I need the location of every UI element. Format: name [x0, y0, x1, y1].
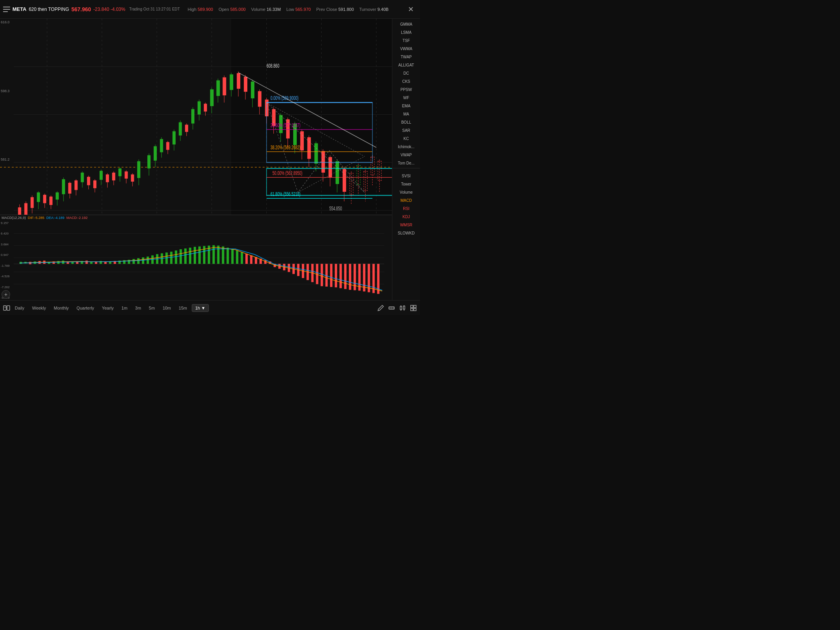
svg-rect-36 [75, 180, 78, 190]
sidebar-item-slowkd[interactable]: SLOWKD [392, 229, 420, 237]
sidebar-item-rsi[interactable]: RSI [392, 205, 420, 213]
svg-rect-50 [118, 168, 121, 176]
svg-rect-1 [3, 9, 10, 10]
menu-icon[interactable] [3, 7, 10, 12]
svg-text:0.00% (589.9000): 0.00% (589.9000) [271, 95, 299, 101]
svg-rect-239 [400, 306, 402, 310]
sidebar-item-cks[interactable]: CKS [392, 77, 420, 86]
svg-text:23.60% (577.1537): 23.60% (577.1537) [271, 122, 301, 128]
sidebar-item-wmsr[interactable]: WMSR [392, 221, 420, 229]
svg-rect-202 [241, 252, 243, 264]
sidebar-item-ma[interactable]: MA [392, 110, 420, 118]
svg-rect-187 [170, 252, 172, 264]
sidebar-item-vwap[interactable]: VWAP [392, 151, 420, 159]
sidebar-item-svsi[interactable]: SVSI [392, 172, 420, 180]
svg-rect-108 [314, 143, 318, 163]
sidebar-item-gmma[interactable]: GMMA [392, 20, 420, 28]
svg-rect-180 [137, 258, 140, 264]
svg-rect-170 [90, 262, 93, 264]
svg-rect-48 [112, 173, 115, 180]
timeframe-yearly[interactable]: Yearly [99, 304, 117, 312]
svg-rect-247 [411, 308, 413, 311]
sidebar-item-kc[interactable]: KC [392, 135, 420, 143]
macd-info: MACD(12,26,9) DIF:-5.285 DEA:-4.189 MACD… [2, 216, 88, 220]
sidebar-item-vwma[interactable]: VWMA [392, 45, 420, 53]
sidebar-item-boll[interactable]: BOLL [392, 118, 420, 126]
svg-rect-204 [250, 256, 252, 264]
svg-rect-173 [104, 262, 107, 264]
ruler-icon[interactable] [388, 304, 395, 312]
timeframe-15m[interactable]: 15m [176, 304, 190, 312]
svg-rect-196 [212, 245, 215, 264]
svg-rect-86 [237, 73, 240, 89]
timeframe-10m[interactable]: 10m [159, 304, 174, 312]
sidebar-item-ichimoku[interactable]: Ichimok... [392, 143, 420, 151]
svg-rect-193 [198, 247, 201, 264]
sidebar-item-lsma[interactable]: LSMA [392, 28, 420, 37]
sidebar-item-dc[interactable]: DC [392, 69, 420, 77]
svg-rect-78 [210, 89, 214, 106]
svg-rect-242 [403, 306, 405, 309]
svg-rect-191 [189, 248, 191, 264]
open-stat: Open 585.000 [219, 7, 246, 12]
sidebar-item-wf[interactable]: WF [392, 94, 420, 102]
svg-rect-181 [142, 257, 144, 264]
sidebar-item-alligat[interactable]: ALLIGAT [392, 61, 420, 69]
macd-dif-label: DIF: [28, 216, 35, 220]
svg-rect-66 [173, 131, 176, 145]
svg-rect-222 [335, 264, 337, 287]
timeframe-monthly[interactable]: Monthly [51, 304, 72, 312]
timeframe-3m[interactable]: 3m [132, 304, 144, 312]
sidebar-item-tower[interactable]: Tower [392, 180, 420, 188]
low-stat: Low 565.970 [286, 7, 311, 12]
macd-title: MACD(12,26,9) [2, 216, 26, 220]
timeframe-daily[interactable]: Daily [12, 304, 27, 312]
svg-rect-30 [56, 192, 59, 200]
timeframe-5m[interactable]: 5m [146, 304, 158, 312]
timeframe-weekly[interactable]: Weekly [29, 304, 49, 312]
sidebar-item-sar[interactable]: SAR [392, 126, 420, 135]
macd-val-label: MACD: [66, 216, 78, 220]
sidebar-item-ppsw[interactable]: PPSW [392, 86, 420, 94]
svg-text:38.20% (569.2682): 38.20% (569.2682) [271, 144, 301, 150]
pencil-icon[interactable] [377, 304, 384, 312]
sidebar-item-ema[interactable]: EMA [392, 102, 420, 110]
candle-icon[interactable] [399, 304, 406, 312]
svg-rect-58 [147, 155, 150, 168]
plus-button[interactable]: + [2, 290, 10, 299]
close-button[interactable]: ✕ [405, 4, 417, 15]
timeframe-1m[interactable]: 1m [118, 304, 130, 312]
timeframe-quarterly[interactable]: Quarterly [74, 304, 97, 312]
sidebar-item-twap[interactable]: TWAP [392, 53, 420, 61]
toolbar-icons [377, 304, 417, 312]
sidebar-item-kdj[interactable]: KDJ [392, 213, 420, 221]
svg-rect-182 [147, 257, 149, 264]
svg-rect-246 [414, 305, 416, 308]
svg-rect-116 [343, 169, 346, 192]
sidebar-item-macd[interactable]: MACD [392, 196, 420, 205]
macd-dea-label: DEA: [46, 216, 54, 220]
svg-rect-22 [31, 197, 34, 208]
sidebar-item-tsf[interactable]: TSF [392, 37, 420, 45]
svg-rect-32 [62, 179, 65, 194]
ticker-change: -23.840 -4.03% [93, 7, 125, 12]
toggle-icon[interactable] [3, 305, 10, 311]
header-left: META 620 then TOPPING 567.960 -23.840 -4… [3, 6, 125, 12]
svg-rect-76 [204, 104, 207, 112]
svg-rect-203 [245, 254, 248, 264]
svg-rect-72 [191, 109, 194, 124]
svg-rect-52 [125, 172, 128, 178]
timeframe-1h[interactable]: 1h ▼ [192, 304, 209, 312]
sidebar-item-volume[interactable]: Volume [392, 188, 420, 196]
chart-container[interactable]: 616.0 598.3 581.2 564.6 548.4 [0, 19, 392, 300]
svg-text:554.850: 554.850 [329, 205, 342, 211]
svg-rect-197 [217, 246, 219, 264]
macd-val: -2.192 [78, 216, 88, 220]
sidebar-item-tomde[interactable]: Tom De... [392, 159, 420, 167]
svg-rect-26 [43, 195, 46, 203]
trading-info: Trading Oct 31 13:27:01 EDT [129, 7, 180, 11]
svg-rect-92 [258, 91, 261, 107]
svg-rect-226 [354, 264, 356, 290]
grid-icon[interactable] [410, 304, 417, 312]
svg-text:61.80% (556.5218): 61.80% (556.5218) [271, 191, 301, 197]
